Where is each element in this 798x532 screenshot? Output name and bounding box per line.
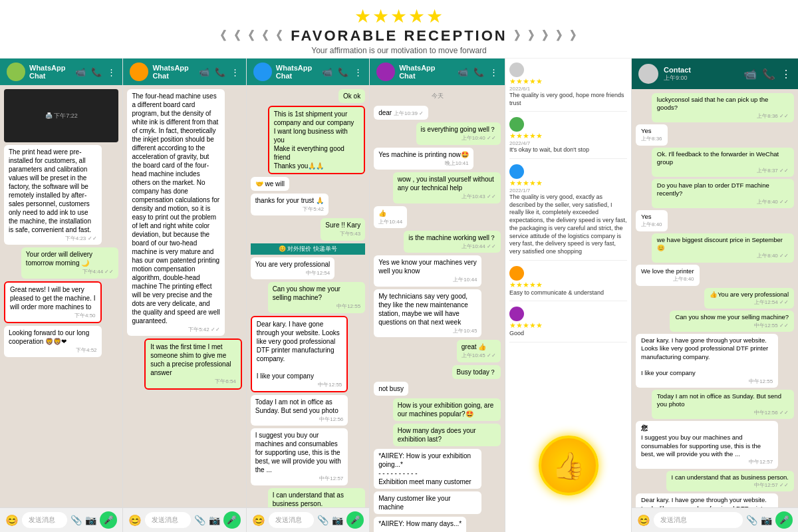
- more-icon-3[interactable]: ⋮: [354, 67, 362, 77]
- send-button-1[interactable]: 🎤: [100, 511, 117, 529]
- more-icon-2[interactable]: ⋮: [231, 67, 239, 77]
- review-avatar-1: [509, 63, 524, 77]
- msg-4-meet: *AIIREY: How is your exhibition going...…: [374, 449, 481, 489]
- msg-2-2: It was the first time I met someone shim…: [144, 338, 242, 389]
- chat-body-1: 🖨️ 下午7:22 The print head were pre-instal…: [0, 85, 122, 507]
- msg-3-shipment: This is 1st shipment your company and ou…: [268, 106, 366, 174]
- chat-panel-4: WhatsApp Chat 📹 📞 ⋮ 今天 dear 上午10:39 ✓ is…: [370, 59, 505, 532]
- title-text: FAVORABLE RECEPTION: [291, 27, 507, 45]
- attach-icon-1[interactable]: 📎: [70, 515, 82, 525]
- msg-1-4: Looking forward to our long cooperation …: [4, 326, 102, 356]
- review-avatar-5: [509, 307, 524, 321]
- msg-3-show: Can you show me your selling machine? 中午…: [268, 282, 366, 313]
- emoji-icon-5[interactable]: 😊: [637, 514, 650, 527]
- msg-5-professional: 👍You are very professional 上午12:54 ✓✓: [704, 288, 794, 309]
- video-icon[interactable]: 📹: [75, 67, 86, 77]
- msg-4-exhibition: How is your exhibition going, are our ma…: [393, 398, 501, 421]
- msg-4-dear: dear 上午10:39 ✓: [374, 106, 428, 120]
- msg-4-days: How many days does your exhibition last?: [393, 424, 501, 446]
- review-text-2: It's okay to wait, but don't stop: [509, 146, 627, 154]
- review-avatar-4: [509, 266, 524, 281]
- message-input-2[interactable]: 发送消息: [145, 512, 190, 528]
- call-icon-4[interactable]: 📞: [473, 67, 484, 77]
- msg-5-feedback: Ok. I'll feedback to the forwarder in We…: [652, 148, 794, 177]
- more-icon[interactable]: ⋮: [107, 67, 116, 77]
- review-item-5: ★★★★★ Good: [509, 307, 627, 342]
- emoji-icon-3[interactable]: 😊: [252, 514, 265, 527]
- chat-header-1: WhatsApp Chat 📹 📞 ⋮: [0, 59, 122, 85]
- camera-icon-5[interactable]: 📷: [761, 515, 772, 525]
- emoji-icon-2[interactable]: 😊: [128, 514, 142, 527]
- msg-3-sunday: Today I am not in office as Sunday. But …: [251, 395, 348, 426]
- msg-4-4days: *AIIREY: How many days...*- - - - - - - …: [374, 517, 466, 532]
- send-button-5[interactable]: 🎤: [775, 511, 793, 529]
- msg-5-plan: Do you have plan to order DTF machine re…: [652, 179, 794, 208]
- msg-5-dear-kary: Dear kary. I have gone through your webs…: [636, 334, 778, 388]
- send-button-2[interactable]: 🎤: [223, 511, 241, 529]
- message-input-5[interactable]: 发送消息: [654, 512, 743, 528]
- review-stars-1: ★★★★★: [509, 77, 627, 86]
- chat-panel-3: WhatsApp Chat 📹 📞 ⋮ Ok ok This is 1st sh…: [247, 59, 370, 532]
- send-button-3[interactable]: 🎤: [346, 511, 364, 529]
- msg-4-notbusy: not busy: [374, 382, 408, 396]
- message-input-1[interactable]: 发送消息: [22, 512, 67, 528]
- attach-icon-5[interactable]: 📎: [746, 515, 757, 525]
- review-avatar-3: [509, 164, 524, 179]
- attach-icon-3[interactable]: 📎: [317, 515, 329, 525]
- msg-3-sure: Sure !! Kary 下午5:43: [321, 218, 365, 240]
- msg-5-understand: I can understand that as business person…: [666, 471, 794, 492]
- review-stars-2: ★★★★★: [509, 132, 627, 140]
- page-header: ★★★★★ 《《《《《 FAVORABLE RECEPTION 》》》》》 Yo…: [0, 0, 798, 59]
- camera-icon-3[interactable]: 📷: [332, 515, 343, 525]
- attach-icon-2[interactable]: 📎: [194, 515, 205, 525]
- review-text-3: The quality is very good, exactly as des…: [509, 194, 627, 256]
- chat-name-1: WhatsApp Chat: [29, 64, 71, 80]
- more-icon-5[interactable]: ⋮: [781, 68, 791, 80]
- avatar-4: [376, 63, 395, 81]
- review-stars-3: ★★★★★: [509, 179, 627, 188]
- call-icon-5[interactable]: 📞: [762, 68, 775, 80]
- thumbs-up-icon: 👍: [539, 436, 598, 495]
- chat-header-4: WhatsApp Chat 📹 📞 ⋮: [370, 59, 505, 85]
- contact-info-5: Contact 上午9:00: [658, 66, 743, 82]
- emoji-icon-1[interactable]: 😊: [5, 514, 19, 527]
- chat-body-2: The four-head machine uses a different b…: [123, 85, 245, 507]
- video-icon-3[interactable]: 📹: [322, 67, 332, 77]
- msg-4-well: is everything going well？上午10:40 ✓✓: [416, 122, 501, 144]
- chat-body-3: Ok ok This is 1st shipment your company …: [247, 85, 369, 507]
- review-item-3: ★★★★★ 2022/1/7 The quality is very good,…: [509, 164, 627, 261]
- today-label: 今天: [374, 89, 501, 103]
- camera-icon-2[interactable]: 📷: [209, 515, 220, 525]
- chat-panel-2: WhatsApp Chat 📹 📞 ⋮ The four-head machin…: [123, 59, 246, 532]
- chat-divider: 😊 对外报价 快递单号: [251, 243, 365, 255]
- msg-4-working: is the machine working well？上午10:44 ✓✓: [404, 231, 501, 253]
- msg-5-pickup: luckyconsol said that he can pick up the…: [652, 93, 794, 122]
- msg-5-discount: we have biggest discount price in Septem…: [652, 233, 794, 263]
- video-icon-2[interactable]: 📹: [199, 67, 209, 77]
- message-input-3[interactable]: 发送消息: [269, 512, 314, 528]
- msg-5-suggest: 您 I suggest you buy our machines and con…: [636, 421, 778, 468]
- chat-footer-3: 😊 发送消息 📎 📷 🎤: [247, 507, 369, 532]
- msg-3-thanks: thanks for your trust 🙏 下午5:42: [251, 194, 329, 215]
- avatar-1: [7, 63, 25, 81]
- msg-5-yes1: Yes 上午8:36: [636, 124, 668, 146]
- chat-header-2: WhatsApp Chat 📹 📞 ⋮: [123, 59, 245, 85]
- camera-icon-1[interactable]: 📷: [85, 515, 96, 525]
- media-image: 🖨️ 下午7:22: [4, 89, 118, 142]
- video-icon-5[interactable]: 📹: [743, 68, 757, 80]
- review-item-1: ★★★★★ 2022/6/1 The quality is very good,…: [509, 63, 627, 112]
- call-icon-2[interactable]: 📞: [215, 67, 225, 77]
- call-icon-3[interactable]: 📞: [338, 67, 348, 77]
- chat-icons-3: 📹 📞 ⋮: [322, 67, 362, 77]
- more-icon-4[interactable]: ⋮: [489, 67, 498, 77]
- chat-icons-1: 📹 📞 ⋮: [75, 67, 116, 77]
- call-icon[interactable]: 📞: [91, 67, 102, 77]
- msg-5-sunday: Today I am not in office as Sunday. But …: [652, 390, 794, 419]
- video-icon-4[interactable]: 📹: [458, 67, 468, 77]
- avatar-5: [638, 64, 658, 84]
- msg-4-know: Yes we know your machines very well you …: [374, 255, 481, 286]
- chat-body-4: 今天 dear 上午10:39 ✓ is everything going we…: [370, 85, 505, 532]
- review-text-1: The quality is very good, hope more frie…: [509, 92, 627, 107]
- msg-4-printing: Yes machine is printing now🤩晚上10:41: [374, 148, 473, 170]
- review-stars-4: ★★★★★: [509, 281, 627, 289]
